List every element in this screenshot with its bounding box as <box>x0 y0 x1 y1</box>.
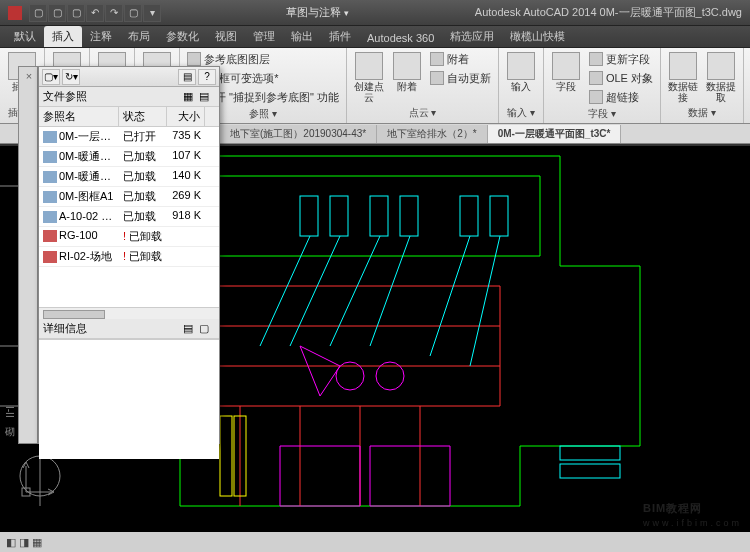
svg-line-8 <box>330 236 380 346</box>
svg-rect-16 <box>220 416 232 496</box>
ribbon-panel-6: 输入输入 ▾ <box>499 48 544 123</box>
preview-button[interactable]: ▢ <box>199 322 215 336</box>
close-icon[interactable]: × <box>21 69 35 83</box>
xref-row[interactable]: RI-02-场地! 已卸载 <box>39 247 219 267</box>
ribbon-small-button[interactable]: 超链接 <box>586 88 656 106</box>
document-tab[interactable]: 地下室(施工图）20190304-43* <box>220 125 377 143</box>
col-name[interactable]: 参照名 <box>39 107 119 126</box>
svg-rect-3 <box>400 196 418 236</box>
details-panel <box>39 339 219 459</box>
col-size[interactable]: 大小 <box>167 107 205 126</box>
status-coords: ◧ ◨ ▦ <box>6 536 42 549</box>
qat-more[interactable]: ▾ <box>143 4 161 22</box>
svg-rect-1 <box>330 196 348 236</box>
svg-rect-0 <box>300 196 318 236</box>
qat-print[interactable]: ▢ <box>124 4 142 22</box>
xref-row[interactable]: 0M-暖通防排...已加载107 K <box>39 147 219 167</box>
ribbon-panel-label[interactable]: 字段 ▾ <box>548 106 656 122</box>
ribbon-tab-11[interactable]: 橄榄山快模 <box>502 26 573 47</box>
xref-row[interactable]: 0M-暖通空调...已加载140 K <box>39 167 219 187</box>
svg-line-10 <box>430 236 470 356</box>
details-view-button[interactable]: ▤ <box>183 322 199 336</box>
ribbon-tabs: 默认插入注释布局参数化视图管理输出插件Autodesk 360精选应用橄榄山快模 <box>0 26 750 48</box>
ribbon-big-button[interactable]: 附着 <box>389 50 425 105</box>
status-bar: ◧ ◨ ▦ <box>0 532 750 552</box>
palette-toolbar: ▢▾ ↻▾ ▤ ? <box>39 67 219 87</box>
ribbon-panel-9: 从源下载上载到源提取数据链接和提取 ▾ <box>744 48 750 123</box>
qat-redo[interactable]: ↷ <box>105 4 123 22</box>
ribbon-tab-9[interactable]: Autodesk 360 <box>359 29 442 47</box>
ribbon-small-button[interactable]: 更新字段 <box>586 50 656 68</box>
ribbon-panel-label[interactable]: 输入 ▾ <box>503 105 539 121</box>
qat-open[interactable]: ▢ <box>48 4 66 22</box>
app-title: Autodesk AutoCAD 2014 0M-一层暖通平面图_t3C.dwg <box>475 5 742 20</box>
workspace-title: 草图与注释 ▾ <box>161 5 475 20</box>
watermark: BIM教程网www.ifbim.com <box>643 492 742 528</box>
title-bar: ▢ ▢ ▢ ↶ ↷ ▢ ▾ 草图与注释 ▾ Autodesk AutoCAD 2… <box>0 0 750 26</box>
svg-line-7 <box>290 236 340 346</box>
ribbon-small-button[interactable]: OLE 对象 <box>586 69 656 87</box>
file-refs-header: 文件参照 ▦▤ <box>39 87 219 107</box>
ribbon-panel-5: 创建点云附着附着自动更新点云 ▾ <box>347 48 499 123</box>
svg-rect-12 <box>560 446 620 460</box>
palette-side-tab[interactable]: × <box>18 66 38 444</box>
ribbon-tab-2[interactable]: 注释 <box>82 26 120 47</box>
ribbon-tab-0[interactable]: 默认 <box>6 26 44 47</box>
refresh-button[interactable]: ↻▾ <box>62 69 80 85</box>
xref-row[interactable]: 0M-一层暖通...已打开735 K <box>39 127 219 147</box>
list-view-button[interactable]: ▦ <box>183 90 199 104</box>
ribbon-panel-label[interactable]: 数据 ▾ <box>665 105 739 121</box>
ribbon-tab-5[interactable]: 视图 <box>207 26 245 47</box>
xref-grid[interactable]: 参照名 状态 大小 0M-一层暖通...已打开735 K0M-暖通防排...已加… <box>39 107 219 307</box>
qat-undo[interactable]: ↶ <box>86 4 104 22</box>
ucs-icon <box>18 460 58 502</box>
ribbon-tab-6[interactable]: 管理 <box>245 26 283 47</box>
ribbon-small-button[interactable]: 附着 <box>427 50 494 68</box>
xref-row[interactable]: 0M-图框A1已加载269 K <box>39 187 219 207</box>
qat-new[interactable]: ▢ <box>29 4 47 22</box>
attach-dwg-button[interactable]: ▢▾ <box>42 69 60 85</box>
document-tab[interactable]: 0M-一层暖通平面图_t3C* <box>488 125 622 143</box>
ribbon-tab-8[interactable]: 插件 <box>321 26 359 47</box>
svg-rect-13 <box>560 464 620 478</box>
svg-rect-4 <box>460 196 478 236</box>
svg-rect-5 <box>490 196 508 236</box>
xref-row[interactable]: A-10-02 一层...已加载918 K <box>39 207 219 227</box>
ribbon-big-button[interactable]: 输入 <box>503 50 539 94</box>
ribbon-panel-label[interactable]: 点云 ▾ <box>351 105 494 121</box>
quick-access-toolbar: ▢ ▢ ▢ ↶ ↷ ▢ ▾ <box>29 4 161 22</box>
ribbon-big-button[interactable]: 数据提取 <box>703 50 739 105</box>
horizontal-scrollbar[interactable] <box>39 307 219 319</box>
col-status[interactable]: 状态 <box>119 107 167 126</box>
xref-palette: ▢▾ ↻▾ ▤ ? 文件参照 ▦▤ 参照名 状态 大小 0M-一层暖通...已打… <box>38 66 220 444</box>
ribbon-tab-3[interactable]: 布局 <box>120 26 158 47</box>
svg-line-9 <box>370 236 410 346</box>
ribbon-tab-4[interactable]: 参数化 <box>158 26 207 47</box>
ribbon-panel-8: 数据链接数据提取数据 ▾ <box>661 48 744 123</box>
ribbon-tab-1[interactable]: 插入 <box>44 26 82 47</box>
svg-line-6 <box>260 236 310 346</box>
ribbon-big-button[interactable]: 字段 <box>548 50 584 106</box>
ribbon-big-button[interactable]: 创建点云 <box>351 50 387 105</box>
app-icon <box>8 6 22 20</box>
help-button[interactable]: ? <box>198 69 216 85</box>
tree-view-button[interactable]: ▤ <box>178 69 196 85</box>
document-tab[interactable]: 地下室给排水（2）* <box>377 125 487 143</box>
ribbon-tab-7[interactable]: 输出 <box>283 26 321 47</box>
ribbon-small-button[interactable]: 自动更新 <box>427 69 494 87</box>
svg-rect-2 <box>370 196 388 236</box>
ribbon-big-button[interactable]: 数据链接 <box>665 50 701 105</box>
xref-row[interactable]: RG-100! 已卸载 <box>39 227 219 247</box>
grid-header: 参照名 状态 大小 <box>39 107 219 127</box>
qat-save[interactable]: ▢ <box>67 4 85 22</box>
ribbon-tab-10[interactable]: 精选应用 <box>442 26 502 47</box>
ribbon-panel-7: 字段更新字段OLE 对象超链接字段 ▾ <box>544 48 661 123</box>
details-header: 详细信息 ▤▢ <box>39 319 219 339</box>
tree-view-button-2[interactable]: ▤ <box>199 90 215 104</box>
left-axis-label: I-II砌 <box>2 406 16 418</box>
